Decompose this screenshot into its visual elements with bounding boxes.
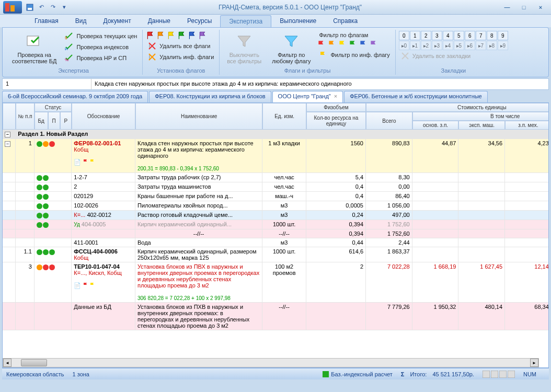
status-numlock: NUM <box>523 371 536 377</box>
table-row[interactable]: 2 Затраты труда машинистов чел.час 0,4 0… <box>3 182 549 192</box>
filter-flag-green-icon[interactable] <box>348 40 358 49</box>
percent-check-icon: % <box>65 54 73 62</box>
tab-main[interactable]: Главная <box>26 15 67 27</box>
goto-bookmark-2[interactable]: ▸2 <box>421 41 431 50</box>
delete-bookmarks-button[interactable]: Удалить все закладки <box>399 51 508 61</box>
status-dots <box>37 141 69 147</box>
horizontal-scrollbar[interactable]: ◄ ► <box>3 358 539 367</box>
table-row[interactable]: − 1 ФЕР08-02-001-01Кобщ📄 Кладка стен нар… <box>3 139 549 173</box>
goto-bookmark-1[interactable]: ▸1 <box>410 41 420 50</box>
table-row[interactable]: К=... 402-0012 Раствор готовый кладочный… <box>3 211 549 220</box>
check-nr-sp-button[interactable]: %Проверка НР и СП <box>63 53 139 63</box>
table-row[interactable]: 102-0026 Пиломатериалы хвойных пород... … <box>3 201 549 211</box>
goto-bookmark-9[interactable]: ▸9 <box>498 41 508 50</box>
doc-tab-fer08[interactable]: ФЕР08. Конструкции из кирпича и блоков <box>149 91 271 102</box>
table-row[interactable]: Данные из БД Установка блоков из ПХВ в н… <box>3 303 549 330</box>
col-name[interactable]: Наименование <box>135 103 262 130</box>
minimize-button[interactable]: — <box>501 3 513 12</box>
bookmark-8[interactable]: 8 <box>487 31 497 40</box>
bookmark-2[interactable]: 2 <box>421 31 431 40</box>
col-fiz[interactable]: Физобъем <box>306 103 366 112</box>
table-row[interactable]: 1-2-7 Затраты труда рабочих (ср 2,7) чел… <box>3 173 549 182</box>
tab-view[interactable]: Вид <box>67 15 95 27</box>
cell-reference[interactable]: 1 <box>3 79 91 89</box>
status-zone[interactable]: 1 зона <box>73 371 89 377</box>
filter-flag-orange-icon[interactable] <box>327 40 337 49</box>
check-indexes-button[interactable]: ИПроверка индексов <box>63 42 139 52</box>
filter-flag-yellow-icon[interactable] <box>338 40 347 49</box>
delete-info-flags-button[interactable]: Удалить инф. флаги <box>146 52 216 62</box>
collapse-section[interactable]: − <box>3 130 16 139</box>
table-row[interactable]: 411-0001 Вода м3 0,44 2,44 <box>3 238 549 247</box>
close-button[interactable]: × <box>534 3 547 12</box>
bookmark-5[interactable]: 5 <box>454 31 464 40</box>
col-ed[interactable]: Ед. изм. <box>262 103 306 130</box>
col-npp[interactable]: № п.п <box>16 103 34 130</box>
goto-bookmark-3[interactable]: ▸3 <box>432 41 442 50</box>
maximize-button[interactable]: □ <box>518 3 530 12</box>
qat-dropdown-icon[interactable]: ▾ <box>60 3 69 12</box>
flag-yellow-icon[interactable] <box>167 31 176 40</box>
flag-orange-icon[interactable] <box>156 31 166 40</box>
db-check-button[interactable]: Проверка на соответствие БД <box>8 31 61 66</box>
tab-document[interactable]: Документ <box>95 15 139 27</box>
disable-filters-button[interactable]: Выключить все фильтры <box>223 31 266 66</box>
table-row[interactable]: Уд 404-0005 Кирпич керамический одинарны… <box>3 220 549 229</box>
tab-help[interactable]: Справка <box>325 15 366 27</box>
col-status[interactable]: Статус <box>35 103 72 112</box>
tab-expertise[interactable]: Экспертиза <box>220 15 271 27</box>
redo-icon[interactable]: ↷ <box>48 3 58 12</box>
bookmark-4[interactable]: 4 <box>443 31 453 40</box>
goto-bookmark-5[interactable]: ▸5 <box>454 41 464 50</box>
bookmark-0[interactable]: 0 <box>399 31 409 40</box>
goto-bookmark-7[interactable]: ▸7 <box>476 41 486 50</box>
goto-bookmark-4[interactable]: ▸4 <box>443 41 453 50</box>
filter-any-flag-button[interactable]: Фильтр по любому флагу <box>268 31 315 66</box>
table-row[interactable]: 1.1 ФССЦ-404-0006Кобщ Кирпич керамически… <box>3 247 549 262</box>
filter-flag-red-icon[interactable] <box>317 40 326 49</box>
doc-tab-fer06[interactable]: ФЕР06. Бетонные и ж/б конструкции моноли… <box>344 91 488 102</box>
status-region[interactable]: Кемеровская область <box>6 371 64 377</box>
scroll-right-icon[interactable]: ► <box>530 359 538 367</box>
doc-tab-grand[interactable]: ООО Центр "Гранд"× <box>272 91 343 102</box>
col-stoim[interactable]: Стоимость единицы <box>366 103 549 112</box>
flag-blue-icon[interactable] <box>188 31 197 40</box>
bookmark-6[interactable]: 6 <box>465 31 475 40</box>
tab-data[interactable]: Данные <box>140 15 179 27</box>
estimate-grid[interactable]: № п.п Статус Обоснование Наименование Ед… <box>2 102 549 368</box>
money-check-icon: $ <box>65 32 73 40</box>
bookmark-9[interactable]: 9 <box>498 31 508 40</box>
close-tab-icon[interactable]: × <box>334 93 337 99</box>
filter-flag-blue-icon[interactable] <box>359 40 368 49</box>
tab-resources[interactable]: Ресурсы <box>179 15 220 27</box>
table-row[interactable]: 020129 Краны башенные при работе на д...… <box>3 192 549 201</box>
scroll-left-icon[interactable]: ◄ <box>3 359 12 367</box>
doc-tab-seminar[interactable]: 6-ой Всероссийский семинар. 9 октября 20… <box>2 91 148 102</box>
bookmark-7[interactable]: 7 <box>476 31 486 40</box>
col-obosn[interactable]: Обоснование <box>72 103 135 130</box>
undo-icon[interactable]: ↶ <box>37 3 46 12</box>
tab-execution[interactable]: Выполнение <box>271 15 325 27</box>
svg-text:$: $ <box>65 36 67 40</box>
scroll-thumb[interactable] <box>21 359 47 366</box>
status-calc-mode[interactable]: Баз.-индексный расчет <box>323 371 392 377</box>
goto-bookmark-8[interactable]: ▸8 <box>487 41 497 50</box>
filter-info-flag-button[interactable]: Фильтр по инф. флагу <box>317 50 392 60</box>
bookmark-3[interactable]: 3 <box>432 31 442 40</box>
filter-flag-purple-icon[interactable] <box>369 40 378 49</box>
check-prices-button[interactable]: $Проверка текущих цен <box>63 31 139 41</box>
flag-green-icon[interactable] <box>177 31 187 40</box>
collapse-row[interactable]: − <box>5 141 10 147</box>
flag-red-icon[interactable] <box>146 31 155 40</box>
table-row[interactable]: --//-- --//-- 0,394 1 752,60 <box>3 229 549 238</box>
goto-bookmark-6[interactable]: ▸6 <box>465 41 475 50</box>
flag-purple-icon[interactable] <box>198 31 208 40</box>
bookmark-1[interactable]: 1 <box>410 31 420 40</box>
svg-rect-7 <box>483 371 490 378</box>
table-row[interactable]: 3 ТЕР10-01-047-04К=..., Кискл, Кобщ📄 Уст… <box>3 262 549 303</box>
goto-bookmark-0[interactable]: ▸0 <box>399 41 409 50</box>
formula-input[interactable]: Кладка стен наружных простых при высоте … <box>91 79 548 89</box>
delete-all-flags-button[interactable]: Удалить все флаги <box>146 41 216 51</box>
save-icon[interactable] <box>25 3 35 12</box>
status-dots <box>37 175 69 181</box>
